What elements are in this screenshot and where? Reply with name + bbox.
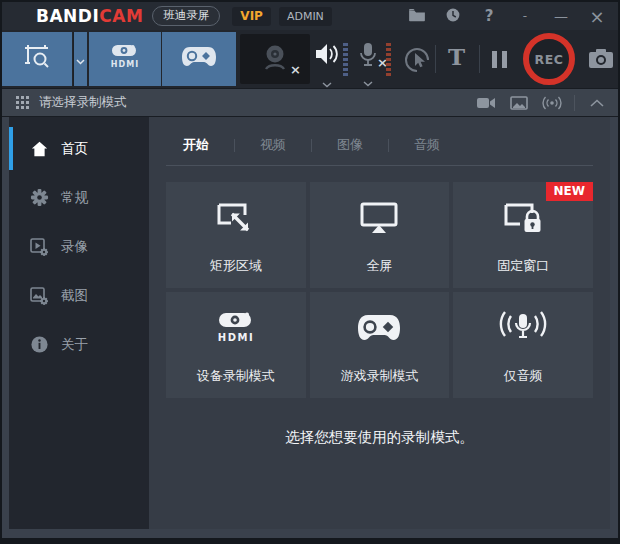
microphone-button[interactable]: × — [357, 42, 379, 91]
timer-button[interactable] — [442, 5, 464, 27]
gamepad-icon — [180, 44, 218, 74]
screenshot-settings-icon — [29, 286, 49, 306]
mouse-effect-button[interactable] — [403, 46, 431, 78]
home-icon — [29, 139, 49, 159]
tile-label: 设备录制模式 — [197, 367, 275, 385]
app-logo: BANDICAM — [36, 6, 143, 26]
title-bar: BANDICAM 班迪录屏 VIP ADMIN ? - — × — [2, 2, 618, 30]
mode-bar-title: 请选择录制模式 — [39, 94, 127, 111]
mode-tile-fixed-window[interactable]: NEW 固定窗口 — [453, 182, 593, 288]
speaker-level-meter — [343, 43, 348, 77]
main-toolbar: HDMI × — [2, 30, 618, 88]
video-settings-icon — [29, 237, 49, 257]
svg-text:HDMI: HDMI — [111, 60, 139, 69]
body-frame: 首页 常规 录像 截图 关于 开始 视频 — [2, 116, 618, 538]
tile-label: 固定窗口 — [497, 257, 549, 275]
mode-header-bar: 请选择录制模式 — [2, 88, 618, 116]
sidebar: 首页 常规 录像 截图 关于 — [9, 117, 149, 529]
minimize-button[interactable]: — — [550, 5, 572, 27]
help-button[interactable]: ? — [478, 5, 500, 27]
webcam-off-x-icon: × — [290, 63, 301, 76]
fullscreen-icon — [310, 182, 450, 254]
mode-tile-fullscreen[interactable]: 全屏 — [310, 182, 450, 288]
camera-icon — [588, 48, 614, 74]
collapse-panel-button[interactable] — [586, 94, 608, 112]
tab-start[interactable]: 开始 — [183, 136, 209, 154]
fixed-window-icon — [453, 182, 593, 254]
sidebar-item-video[interactable]: 录像 — [9, 222, 149, 271]
mode-tile-device-recording[interactable]: HDMI 设备录制模式 — [166, 292, 306, 398]
logo-text-cam: CAM — [99, 6, 143, 26]
game-recording-mode-button[interactable] — [162, 32, 236, 86]
tile-label: 仅音频 — [504, 367, 543, 385]
main-content: 开始 视频 图像 音频 矩形 — [149, 117, 610, 529]
hdmi-device-icon: HDMI — [166, 292, 306, 364]
sidebar-item-label: 截图 — [61, 287, 88, 305]
tab-image[interactable]: 图像 — [337, 136, 363, 154]
speaker-icon — [314, 42, 340, 70]
sidebar-item-home[interactable]: 首页 — [9, 124, 149, 173]
image-list-button[interactable] — [508, 94, 530, 112]
sidebar-item-label: 录像 — [61, 238, 88, 256]
subtitle-badge: 班迪录屏 — [152, 6, 220, 26]
close-button[interactable]: × — [586, 5, 608, 27]
audio-only-icon — [453, 292, 593, 364]
folder-icon — [408, 8, 426, 25]
video-list-button[interactable] — [475, 94, 497, 112]
tile-label: 矩形区域 — [210, 257, 262, 275]
vip-badge[interactable]: VIP — [232, 7, 271, 26]
bandicam-window: BANDICAM 班迪录屏 VIP ADMIN ? - — × — [0, 0, 620, 544]
logo-text-bandi: BANDI — [36, 6, 99, 26]
mouse-cursor-icon — [403, 46, 431, 78]
tab-divider — [166, 165, 593, 166]
rect-region-icon — [166, 182, 306, 254]
tile-label: 游戏录制模式 — [340, 367, 418, 385]
hdmi-device-icon: HDMI — [106, 43, 144, 75]
pause-button[interactable] — [492, 51, 507, 68]
screen-region-icon — [19, 39, 55, 79]
mode-tile-audio-only[interactable]: 仅音频 — [453, 292, 593, 398]
webcam-icon: × — [259, 42, 291, 76]
sidebar-item-label: 首页 — [61, 140, 88, 158]
speaker-button[interactable] — [314, 42, 340, 92]
grid-icon — [16, 96, 29, 109]
microphone-icon: × — [357, 42, 379, 70]
info-icon — [29, 335, 49, 355]
mode-tile-rect-region[interactable]: 矩形区域 — [166, 182, 306, 288]
clock-icon — [445, 7, 461, 26]
text-overlay-button[interactable]: T — [448, 43, 465, 70]
region-dropdown-button[interactable] — [73, 32, 87, 86]
gamepad-icon — [310, 292, 450, 364]
screen-region-mode-button[interactable] — [2, 32, 72, 86]
broadcast-button[interactable] — [541, 94, 563, 112]
mode-tile-grid: 矩形区域 全屏 NEW — [166, 182, 593, 398]
minimize-to-tray-button[interactable]: - — [514, 5, 536, 27]
sidebar-item-label: 关于 — [61, 336, 88, 354]
tab-video[interactable]: 视频 — [260, 136, 286, 154]
mode-hint-text: 选择您想要使用的录制模式。 — [149, 428, 610, 447]
chevron-down-icon — [76, 50, 85, 69]
sidebar-item-general[interactable]: 常规 — [9, 173, 149, 222]
mode-tile-game-recording[interactable]: 游戏录制模式 — [310, 292, 450, 398]
tab-bar: 开始 视频 图像 音频 — [149, 117, 610, 154]
screenshot-button[interactable] — [588, 48, 614, 74]
record-button[interactable]: REC — [523, 33, 575, 85]
svg-text:HDMI: HDMI — [218, 332, 254, 343]
device-recording-mode-button[interactable]: HDMI — [89, 32, 161, 86]
gear-icon — [29, 188, 49, 208]
admin-badge: ADMIN — [279, 7, 332, 26]
mic-level-meter — [386, 43, 391, 77]
webcam-overlay-button[interactable]: × — [240, 34, 310, 84]
sidebar-item-label: 常规 — [61, 189, 88, 207]
tile-label: 全屏 — [366, 257, 392, 275]
open-folder-button[interactable] — [406, 5, 428, 27]
tab-audio[interactable]: 音频 — [414, 136, 440, 154]
sidebar-item-screenshot[interactable]: 截图 — [9, 271, 149, 320]
sidebar-item-about[interactable]: 关于 — [9, 320, 149, 369]
